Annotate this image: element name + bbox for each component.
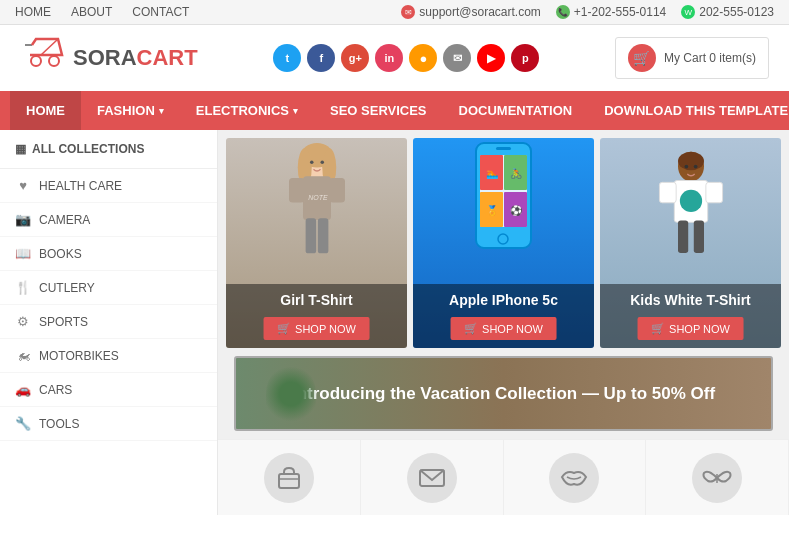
twitter-button[interactable]: t: [273, 44, 301, 72]
cart-icon: 🛒: [628, 44, 656, 72]
logo-text: SORACART: [73, 45, 198, 71]
butterfly-icon: [692, 453, 742, 503]
svg-rect-34: [705, 182, 722, 202]
bottom-icon-bag[interactable]: [218, 440, 361, 515]
shop-now-iphone[interactable]: 🛒 SHOP NOW: [450, 317, 557, 340]
nav-about[interactable]: ABOUT: [71, 5, 112, 19]
bottom-icon-lips[interactable]: [504, 440, 647, 515]
banner-card-girl: NOTE Girl T-Shirt 🛒 SHOP NOW: [226, 138, 407, 348]
nav-home[interactable]: HOME: [15, 5, 51, 19]
youtube-button[interactable]: ▶: [477, 44, 505, 72]
svg-point-8: [310, 161, 314, 165]
svg-point-35: [679, 190, 701, 212]
nav-download[interactable]: DOWNLOAD THIS TEMPLATE: [588, 91, 789, 130]
rss-button[interactable]: ●: [409, 44, 437, 72]
shop-now-kid[interactable]: 🛒 SHOP NOW: [637, 317, 744, 340]
support-email: ✉ support@soracart.com: [401, 5, 541, 19]
svg-text:⚽: ⚽: [510, 204, 523, 217]
vacation-banner-wrap: Introducing the Vacation Collection — Up…: [218, 356, 789, 439]
nav-electronics[interactable]: ELECTRONICS ▾: [180, 91, 314, 130]
banner-title-kid: Kids White T-Shirt: [610, 292, 771, 308]
nav-contact[interactable]: CONTACT: [132, 5, 189, 19]
banner-area: NOTE Girl T-Shirt 🛒 SHOP NOW: [218, 130, 789, 356]
nav-documentation[interactable]: DOCUMENTATION: [443, 91, 589, 130]
shop-now-girl[interactable]: 🛒 SHOP NOW: [263, 317, 370, 340]
svg-rect-15: [317, 218, 328, 253]
email-icon: ✉: [401, 5, 415, 19]
bottom-icon-butterfly[interactable]: [646, 440, 789, 515]
svg-rect-14: [305, 218, 316, 253]
gplus-button[interactable]: g+: [341, 44, 369, 72]
svg-rect-37: [693, 220, 703, 253]
svg-rect-11: [289, 178, 305, 203]
sidebar-item-healthcare[interactable]: ♥ HEALTH CARE: [0, 169, 217, 203]
banner-image-iphone: 🏊 🚴 🏅 ⚽: [413, 138, 594, 288]
svg-point-9: [320, 161, 324, 165]
svg-point-2: [49, 56, 59, 66]
svg-text:🏊: 🏊: [486, 167, 499, 180]
whatsapp-icon: W: [681, 5, 695, 19]
phone-number: 📞 +1-202-555-0114: [556, 5, 666, 19]
banner-title-girl: Girl T-Shirt: [236, 292, 397, 308]
vacation-banner: Introducing the Vacation Collection — Up…: [234, 356, 773, 431]
svg-rect-33: [659, 182, 676, 202]
books-icon: 📖: [15, 246, 31, 261]
svg-line-3: [41, 39, 58, 55]
social-icons: t f g+ in ● ✉ ▶ p: [273, 44, 539, 72]
top-nav-links: HOME ABOUT CONTACT: [15, 5, 189, 19]
banner-card-kid: Kids White T-Shirt 🛒 SHOP NOW: [600, 138, 781, 348]
nav-fashion[interactable]: FASHION ▾: [81, 91, 180, 130]
camera-icon: 📷: [15, 212, 31, 227]
cutlery-icon: 🍴: [15, 280, 31, 295]
whatsapp-number: W 202-555-0123: [681, 5, 774, 19]
nav-home[interactable]: HOME: [10, 91, 81, 130]
cart-label: My Cart 0 item(s): [664, 51, 756, 65]
top-bar: HOME ABOUT CONTACT ✉ support@soracart.co…: [0, 0, 789, 25]
grid-icon: ▦: [15, 142, 26, 156]
svg-text:🚴: 🚴: [510, 167, 523, 180]
phone-icon: 📞: [556, 5, 570, 19]
sports-icon: ⚙: [15, 314, 31, 329]
nav-bar: HOME FASHION ▾ ELECTRONICS ▾ SEO SERVICE…: [0, 91, 789, 130]
envelope-icon: [407, 453, 457, 503]
tools-icon: 🔧: [15, 416, 31, 431]
lips-icon: [549, 453, 599, 503]
sidebar-item-sports[interactable]: ⚙ SPORTS: [0, 305, 217, 339]
banner-title-iphone: Apple IPhone 5c: [423, 292, 584, 308]
sidebar-item-camera[interactable]: 📷 CAMERA: [0, 203, 217, 237]
bag-icon: [264, 453, 314, 503]
cart-button[interactable]: 🛒 My Cart 0 item(s): [615, 37, 769, 79]
logo: SORACART: [20, 37, 198, 79]
svg-point-29: [678, 152, 704, 171]
sidebar: ▦ ALL COLLECTIONS ♥ HEALTH CARE 📷 CAMERA…: [0, 130, 218, 515]
bottom-icon-envelope[interactable]: [361, 440, 504, 515]
contact-info: ✉ support@soracart.com 📞 +1-202-555-0114…: [401, 5, 774, 19]
content-area: NOTE Girl T-Shirt 🛒 SHOP NOW: [218, 130, 789, 515]
svg-rect-38: [279, 474, 299, 488]
vacation-text: Introducing the Vacation Collection — Up…: [292, 384, 715, 404]
vacation-deco: [266, 364, 316, 424]
sidebar-item-motorbikes[interactable]: 🏍 MOTORBIKES: [0, 339, 217, 373]
sidebar-item-cutlery[interactable]: 🍴 CUTLERY: [0, 271, 217, 305]
car-icon: 🚗: [15, 382, 31, 397]
header: SORACART t f g+ in ● ✉ ▶ p 🛒 My Cart 0 i…: [0, 25, 789, 91]
svg-point-1: [31, 56, 41, 66]
sidebar-item-books[interactable]: 📖 BOOKS: [0, 237, 217, 271]
sidebar-header: ▦ ALL COLLECTIONS: [0, 130, 217, 169]
logo-icon: [20, 37, 65, 79]
sidebar-item-cars[interactable]: 🚗 CARS: [0, 373, 217, 407]
facebook-button[interactable]: f: [307, 44, 335, 72]
svg-text:🏅: 🏅: [486, 204, 499, 217]
pinterest-button[interactable]: p: [511, 44, 539, 72]
fashion-dropdown-arrow: ▾: [159, 106, 164, 116]
svg-rect-36: [678, 220, 688, 253]
banner-image-kid: [600, 138, 781, 288]
svg-rect-26: [496, 147, 511, 150]
svg-point-31: [693, 165, 697, 169]
banner-card-iphone: 🏊 🚴 🏅 ⚽ Apple IPhone 5c 🛒 SHOP NOW: [413, 138, 594, 348]
sidebar-item-tools[interactable]: 🔧 TOOLS: [0, 407, 217, 441]
mail-button[interactable]: ✉: [443, 44, 471, 72]
nav-seo[interactable]: SEO SERVICES: [314, 91, 443, 130]
instagram-button[interactable]: in: [375, 44, 403, 72]
svg-text:NOTE: NOTE: [308, 194, 328, 201]
